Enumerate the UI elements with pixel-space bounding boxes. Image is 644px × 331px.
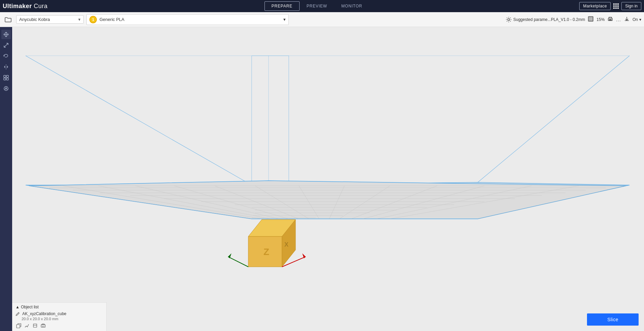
- slice-button[interactable]: Slice: [587, 313, 639, 326]
- app-name: Cura: [34, 3, 48, 10]
- object-list-header[interactable]: ▲ Object list: [16, 305, 103, 309]
- marketplace-button[interactable]: Marketplace: [579, 2, 611, 10]
- material-chevron-icon: ▾: [283, 17, 286, 22]
- on-toggle[interactable]: On ▾: [633, 17, 641, 22]
- tab-monitor[interactable]: MONITOR: [334, 1, 369, 11]
- material-name: Generic PLA: [100, 17, 124, 22]
- object-icon-3[interactable]: [32, 322, 38, 329]
- toolbar2: Anycubic Kobra ▾ 1 Generic PLA ▾ Suggest…: [0, 12, 644, 27]
- tab-preview[interactable]: PREVIEW: [300, 1, 334, 11]
- printer-selector[interactable]: Anycubic Kobra ▾: [16, 15, 84, 24]
- grid-apps-icon[interactable]: [613, 3, 619, 9]
- printer-icon: [607, 16, 613, 23]
- infill-icon: [588, 16, 594, 23]
- object-list-title: Object list: [21, 305, 39, 309]
- object-list-collapse-icon: ▲: [16, 305, 20, 309]
- material-selector[interactable]: 1 Generic PLA ▾: [86, 14, 289, 25]
- material-count: 1: [92, 18, 94, 22]
- undo-button[interactable]: [1, 51, 11, 61]
- object-action-icons: [16, 321, 103, 329]
- infill-percentage: 15%: [596, 17, 605, 22]
- object-icon-1[interactable]: [16, 322, 22, 329]
- main-area: Z X ▲ Object list AK_xyzCalibration_cube: [0, 27, 644, 331]
- navbar: Ultimaker Cura PREPARE PREVIEW MONITOR M…: [0, 0, 644, 12]
- edit-icon: [16, 311, 20, 316]
- 3d-scene: Z X: [12, 27, 644, 331]
- settings-button[interactable]: Suggested parame...PLA_V1.0 - 0.2mm: [506, 17, 585, 23]
- on-chevron-icon: ▾: [639, 17, 641, 22]
- on-label: On: [633, 17, 638, 22]
- svg-rect-11: [4, 75, 6, 77]
- printer-chevron-icon: ▾: [78, 17, 81, 22]
- material-badge: 1: [89, 16, 97, 23]
- svg-rect-68: [41, 325, 45, 327]
- toolbar2-right: Suggested parame...PLA_V1.0 - 0.2mm 15%: [506, 16, 641, 23]
- 3d-viewport[interactable]: Z X ▲ Object list AK_xyzCalibration_cube: [12, 27, 644, 331]
- settings-icon: [506, 17, 512, 23]
- object-list-panel: ▲ Object list AK_xyzCalibration_cube 20.…: [12, 302, 107, 331]
- arrange-tool-button[interactable]: [1, 73, 11, 82]
- svg-rect-65: [17, 325, 20, 328]
- open-folder-button[interactable]: [3, 14, 13, 25]
- svg-rect-13: [4, 78, 6, 80]
- support-tool-button[interactable]: [1, 84, 11, 93]
- nav-tabs: PREPARE PREVIEW MONITOR: [54, 1, 579, 11]
- left-toolbar: [0, 27, 12, 331]
- profile-label: Suggested parame...PLA_V1.0 - 0.2mm: [513, 17, 585, 22]
- brand-name: Ultimaker: [3, 3, 32, 10]
- svg-text:X: X: [284, 241, 288, 248]
- object-list-item: AK_xyzCalibration_cube: [16, 311, 103, 317]
- object-icon-2[interactable]: [24, 322, 30, 329]
- svg-rect-9: [609, 19, 612, 20]
- svg-rect-14: [6, 78, 8, 80]
- printer-name: Anycubic Kobra: [19, 17, 50, 22]
- svg-rect-12: [6, 75, 8, 77]
- nav-right: Marketplace Sign in: [579, 2, 641, 10]
- mirror-tool-button[interactable]: [1, 62, 11, 72]
- signin-button[interactable]: Sign in: [621, 2, 641, 10]
- object-icon-4[interactable]: [40, 322, 47, 329]
- svg-point-0: [508, 19, 510, 21]
- svg-text:Z: Z: [263, 247, 269, 257]
- svg-rect-17: [12, 27, 644, 331]
- object-name: AK_xyzCalibration_cube: [22, 311, 66, 316]
- object-dimensions: 20.0 x 20.0 x 20.0 mm: [16, 317, 103, 321]
- tab-prepare[interactable]: PREPARE: [264, 1, 300, 11]
- scale-tool-button[interactable]: [1, 41, 11, 50]
- app-logo: Ultimaker Cura: [3, 3, 48, 10]
- more-options-button[interactable]: ...: [616, 17, 621, 22]
- save-icon[interactable]: [624, 16, 630, 23]
- svg-rect-66: [33, 324, 37, 327]
- move-tool-button[interactable]: [1, 30, 11, 39]
